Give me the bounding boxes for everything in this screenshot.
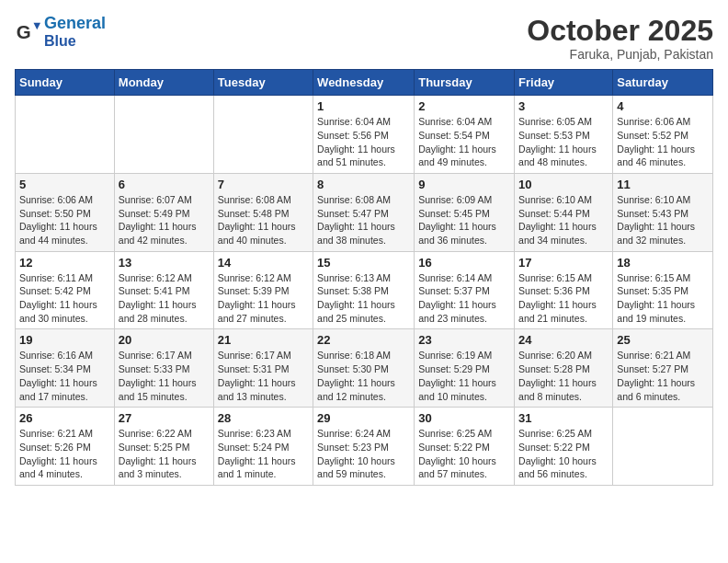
calendar-day-cell: 29Sunrise: 6:24 AM Sunset: 5:23 PM Dayli… [313,408,415,486]
calendar-day-cell: 16Sunrise: 6:14 AM Sunset: 5:37 PM Dayli… [415,251,515,329]
day-info: Sunrise: 6:08 AM Sunset: 5:47 PM Dayligh… [317,193,410,247]
day-number: 5 [19,178,110,191]
svg-marker-1 [34,22,40,29]
day-number: 2 [418,99,510,113]
day-info: Sunrise: 6:23 AM Sunset: 5:24 PM Dayligh… [218,427,309,481]
day-info: Sunrise: 6:07 AM Sunset: 5:49 PM Dayligh… [119,193,210,247]
calendar-day-cell: 13Sunrise: 6:12 AM Sunset: 5:41 PM Dayli… [114,251,213,329]
day-number: 6 [119,178,210,191]
day-info: Sunrise: 6:09 AM Sunset: 5:45 PM Dayligh… [418,193,510,247]
day-info: Sunrise: 6:08 AM Sunset: 5:48 PM Dayligh… [218,193,309,247]
day-info: Sunrise: 6:25 AM Sunset: 5:22 PM Dayligh… [518,427,609,481]
day-info: Sunrise: 6:06 AM Sunset: 5:52 PM Dayligh… [617,115,709,169]
calendar-day-cell: 2Sunrise: 6:04 AM Sunset: 5:54 PM Daylig… [415,96,515,174]
title-block: October 2025 Faruka, Punjab, Pakistan [527,15,713,62]
calendar-week-row: 5Sunrise: 6:06 AM Sunset: 5:50 PM Daylig… [16,173,713,251]
day-info: Sunrise: 6:15 AM Sunset: 5:36 PM Dayligh… [518,271,609,326]
calendar-day-cell: 11Sunrise: 6:10 AM Sunset: 5:43 PM Dayli… [613,173,713,251]
calendar-day-cell: 19Sunrise: 6:16 AM Sunset: 5:34 PM Dayli… [16,329,115,408]
calendar-day-cell: 8Sunrise: 6:08 AM Sunset: 5:47 PM Daylig… [313,173,415,251]
day-number: 27 [119,411,210,425]
day-info: Sunrise: 6:21 AM Sunset: 5:26 PM Dayligh… [19,427,110,481]
calendar-day-cell: 15Sunrise: 6:13 AM Sunset: 5:38 PM Dayli… [313,251,415,329]
calendar-day-cell: 24Sunrise: 6:20 AM Sunset: 5:28 PM Dayli… [515,329,613,408]
day-number: 7 [218,178,309,191]
calendar-day-cell [16,96,115,174]
weekday-header: Monday [114,70,213,96]
day-info: Sunrise: 6:16 AM Sunset: 5:34 PM Dayligh… [19,349,110,403]
calendar-table: SundayMondayTuesdayWednesdayThursdayFrid… [15,69,713,486]
day-number: 15 [317,256,410,270]
location: Faruka, Punjab, Pakistan [527,47,713,62]
day-info: Sunrise: 6:14 AM Sunset: 5:37 PM Dayligh… [418,271,510,326]
calendar-day-cell: 18Sunrise: 6:15 AM Sunset: 5:35 PM Dayli… [613,251,713,329]
day-number: 29 [317,411,410,425]
weekday-header: Sunday [16,70,115,96]
calendar-day-cell: 26Sunrise: 6:21 AM Sunset: 5:26 PM Dayli… [16,408,115,486]
weekday-header: Tuesday [213,70,313,96]
logo-text: General Blue [44,15,106,49]
calendar-day-cell: 25Sunrise: 6:21 AM Sunset: 5:27 PM Dayli… [613,329,713,408]
day-number: 9 [418,178,510,191]
month-title: October 2025 [527,15,713,47]
day-number: 20 [119,333,210,347]
weekday-header: Thursday [415,70,515,96]
calendar-day-cell: 10Sunrise: 6:10 AM Sunset: 5:44 PM Dayli… [515,173,613,251]
day-info: Sunrise: 6:24 AM Sunset: 5:23 PM Dayligh… [317,427,410,481]
calendar-week-row: 1Sunrise: 6:04 AM Sunset: 5:56 PM Daylig… [16,96,713,174]
day-number: 19 [19,333,110,347]
day-number: 13 [119,256,210,270]
day-number: 12 [19,256,110,270]
day-info: Sunrise: 6:12 AM Sunset: 5:39 PM Dayligh… [218,271,309,326]
weekday-header: Saturday [613,70,713,96]
calendar-day-cell: 4Sunrise: 6:06 AM Sunset: 5:52 PM Daylig… [613,96,713,174]
calendar-day-cell: 12Sunrise: 6:11 AM Sunset: 5:42 PM Dayli… [16,251,115,329]
day-info: Sunrise: 6:17 AM Sunset: 5:31 PM Dayligh… [218,349,309,403]
weekday-header: Friday [515,70,613,96]
day-info: Sunrise: 6:20 AM Sunset: 5:28 PM Dayligh… [518,349,609,403]
calendar-week-row: 19Sunrise: 6:16 AM Sunset: 5:34 PM Dayli… [16,329,713,408]
calendar-day-cell: 21Sunrise: 6:17 AM Sunset: 5:31 PM Dayli… [213,329,313,408]
day-number: 24 [518,333,609,347]
calendar-day-cell [114,96,213,174]
page-header: G General Blue October 2025 Faruka, Punj… [15,15,713,62]
day-number: 10 [518,178,609,191]
calendar-day-cell: 14Sunrise: 6:12 AM Sunset: 5:39 PM Dayli… [213,251,313,329]
calendar-day-cell: 17Sunrise: 6:15 AM Sunset: 5:36 PM Dayli… [515,251,613,329]
day-number: 1 [317,99,410,113]
day-info: Sunrise: 6:17 AM Sunset: 5:33 PM Dayligh… [119,349,210,403]
day-number: 28 [218,411,309,425]
day-info: Sunrise: 6:10 AM Sunset: 5:43 PM Dayligh… [617,193,709,247]
day-info: Sunrise: 6:10 AM Sunset: 5:44 PM Dayligh… [518,193,609,247]
day-number: 22 [317,333,410,347]
day-info: Sunrise: 6:22 AM Sunset: 5:25 PM Dayligh… [119,427,210,481]
calendar-day-cell [213,96,313,174]
day-info: Sunrise: 6:13 AM Sunset: 5:38 PM Dayligh… [317,271,410,326]
day-info: Sunrise: 6:06 AM Sunset: 5:50 PM Dayligh… [19,193,110,247]
day-number: 8 [317,178,410,191]
logo-icon: G [15,19,40,45]
day-info: Sunrise: 6:25 AM Sunset: 5:22 PM Dayligh… [418,427,510,481]
day-info: Sunrise: 6:18 AM Sunset: 5:30 PM Dayligh… [317,349,410,403]
day-number: 25 [617,333,709,347]
day-number: 16 [418,256,510,270]
calendar-day-cell: 7Sunrise: 6:08 AM Sunset: 5:48 PM Daylig… [213,173,313,251]
day-info: Sunrise: 6:04 AM Sunset: 5:56 PM Dayligh… [317,115,410,169]
calendar-day-cell: 27Sunrise: 6:22 AM Sunset: 5:25 PM Dayli… [114,408,213,486]
day-number: 31 [518,411,609,425]
day-number: 4 [617,99,709,113]
calendar-day-cell: 6Sunrise: 6:07 AM Sunset: 5:49 PM Daylig… [114,173,213,251]
svg-text:G: G [17,20,31,41]
calendar-week-row: 12Sunrise: 6:11 AM Sunset: 5:42 PM Dayli… [16,251,713,329]
day-number: 14 [218,256,309,270]
day-number: 3 [518,99,609,113]
weekday-header: Wednesday [313,70,415,96]
calendar-week-row: 26Sunrise: 6:21 AM Sunset: 5:26 PM Dayli… [16,408,713,486]
calendar-day-cell: 1Sunrise: 6:04 AM Sunset: 5:56 PM Daylig… [313,96,415,174]
day-info: Sunrise: 6:04 AM Sunset: 5:54 PM Dayligh… [418,115,510,169]
day-info: Sunrise: 6:05 AM Sunset: 5:53 PM Dayligh… [518,115,609,169]
day-number: 18 [617,256,709,270]
day-number: 11 [617,178,709,191]
weekday-header-row: SundayMondayTuesdayWednesdayThursdayFrid… [16,70,713,96]
calendar-day-cell: 20Sunrise: 6:17 AM Sunset: 5:33 PM Dayli… [114,329,213,408]
